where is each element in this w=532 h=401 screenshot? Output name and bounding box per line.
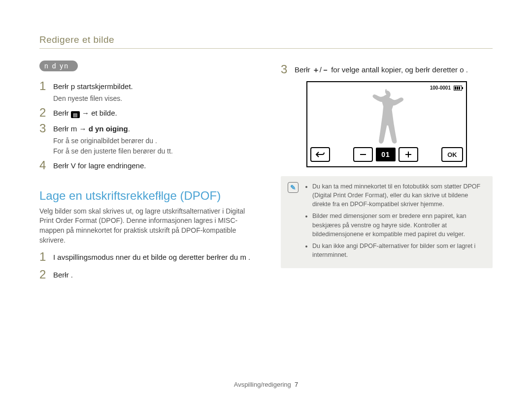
step-number: 3 — [281, 62, 295, 76]
info-note: ✎ Du kan ta med minnekortet til en fotob… — [281, 176, 493, 268]
plus-button[interactable] — [399, 147, 418, 162]
step-text: I avspillingsmodus nner du et bilde og d… — [53, 251, 251, 264]
page-footer: Avspilling/redigering 7 — [0, 381, 532, 388]
info-item: Bilder med dimensjoner som er bredere en… — [312, 212, 486, 238]
info-list: Du kan ta med minnekortet til en fotobut… — [304, 182, 486, 262]
plus-glyph: ＋ — [312, 65, 320, 74]
step-subnote: For å se originalbildet berører du . — [53, 136, 251, 146]
step-post: → et bilde. — [82, 109, 117, 117]
copies-count: 01 — [376, 148, 396, 161]
step-text: Berłr p startskjermbildet. — [53, 80, 251, 93]
lcd-bottom-bar: 01 OK — [310, 146, 463, 163]
footer-page: 7 — [295, 381, 298, 388]
svg-rect-2 — [408, 152, 409, 157]
step-row: 1 I avspillingsmodus nner du et bilde og… — [39, 251, 251, 264]
minus-button[interactable] — [353, 147, 373, 162]
step-row: 4 Berłr V for lagre endringene. — [39, 159, 251, 172]
step-text: Berłr . — [53, 269, 251, 281]
step-subnote: For å se den justerte filen berører du t… — [53, 147, 251, 156]
minus-glyph: － — [322, 65, 329, 74]
step-number: 1 — [39, 250, 53, 264]
step-text: Berłr ＋/－ for velge antall kopier, og be… — [295, 63, 493, 76]
ok-button[interactable]: OK — [441, 147, 463, 162]
content-columns: n d yn 1 Berłr p startskjermbildet. Den … — [39, 61, 493, 281]
step-pre: Berłr V for lagre endringene. — [53, 161, 146, 170]
step-pre: Berłr — [53, 109, 71, 117]
footer-section: Avspilling/redigering — [234, 381, 291, 388]
section-paragraph: Velg bilder som skal skrives ut, og lagr… — [39, 207, 251, 245]
step-number: 2 — [39, 106, 53, 120]
section-pill: n d yn — [39, 61, 78, 71]
step-post: p startskjermbildet. — [71, 82, 133, 91]
step-number: 1 — [39, 79, 53, 93]
step-number: 2 — [39, 268, 53, 281]
step-post: . — [128, 124, 130, 133]
file-counter: 100-0001 — [430, 85, 451, 91]
step-bold: d yn oiging — [89, 124, 128, 133]
column-right: 3 Berłr ＋/－ for velge antall kopier, og … — [281, 61, 493, 281]
step-mid: for velge antall kopier, og berłr derett… — [329, 65, 468, 74]
step-text: Berłr V for lagre endringene. — [53, 159, 251, 172]
camera-lcd: 100-0001 — [306, 81, 467, 167]
lcd-top-right: 100-0001 — [430, 85, 462, 91]
battery-icon — [454, 86, 462, 91]
step-pre: Berłr m → — [53, 124, 89, 133]
divider — [39, 48, 493, 49]
count-cluster: 01 — [353, 147, 418, 162]
step-row: 2 Berłr . — [39, 269, 251, 281]
grid-icon: ▤ — [71, 111, 80, 118]
step-subnote: Den nyeste filen vises. — [53, 94, 251, 104]
step-row: 3 Berłr m → d yn oiging. — [39, 123, 251, 135]
back-button[interactable] — [310, 147, 330, 162]
info-icon: ✎ — [288, 182, 299, 193]
step-pre: Berłr — [295, 65, 312, 74]
step-text: Berłr ▤ → et bilde. — [53, 107, 251, 120]
step-number: 4 — [39, 158, 53, 172]
section-heading: Lage en utskriftsrekkefłlge (DPOF) — [39, 189, 251, 203]
breadcrumb: Redigere et bilde — [39, 34, 493, 45]
svg-rect-0 — [360, 154, 366, 155]
column-left: n d yn 1 Berłr p startskjermbildet. Den … — [39, 61, 251, 281]
step-row: 3 Berłr ＋/－ for velge antall kopier, og … — [281, 63, 493, 76]
step-row: 1 Berłr p startskjermbildet. — [39, 80, 251, 93]
step-row: 2 Berłr ▤ → et bilde. — [39, 107, 251, 120]
step-text: Berłr m → d yn oiging. — [53, 123, 251, 135]
info-item: Du kan ikke angi DPOF-alternativer for b… — [312, 242, 486, 259]
person-silhouette — [357, 88, 416, 147]
step-pre: Berłr — [53, 82, 71, 91]
info-item: Du kan ta med minnekortet til en fotobut… — [312, 182, 486, 209]
step-number: 3 — [39, 122, 53, 135]
